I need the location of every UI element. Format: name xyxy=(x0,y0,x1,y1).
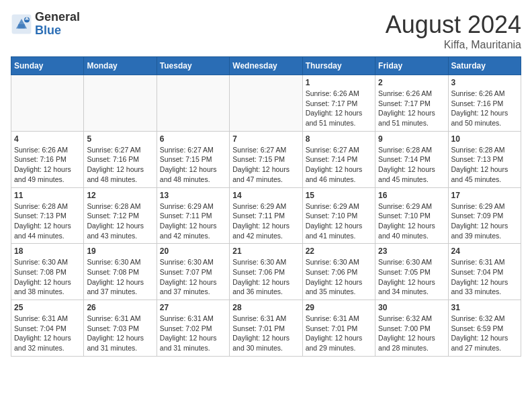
calendar-cell: 19Sunrise: 6:30 AM Sunset: 7:08 PM Dayli… xyxy=(84,244,157,300)
day-info: Sunrise: 6:30 AM Sunset: 7:08 PM Dayligh… xyxy=(14,257,81,297)
day-info: Sunrise: 6:31 AM Sunset: 7:04 PM Dayligh… xyxy=(14,314,81,353)
day-info: Sunrise: 6:30 AM Sunset: 7:08 PM Dayligh… xyxy=(87,257,153,297)
day-number: 14 xyxy=(232,191,299,200)
weekday-header-saturday: Saturday xyxy=(448,57,521,75)
calendar-cell: 27Sunrise: 6:31 AM Sunset: 7:02 PM Dayli… xyxy=(157,300,229,357)
calendar-cell: 7Sunrise: 6:27 AM Sunset: 7:15 PM Daylig… xyxy=(230,131,302,187)
calendar-cell: 28Sunrise: 6:31 AM Sunset: 7:01 PM Dayli… xyxy=(230,300,302,357)
calendar-cell xyxy=(84,75,157,132)
calendar-cell: 18Sunrise: 6:30 AM Sunset: 7:08 PM Dayli… xyxy=(11,244,84,300)
day-number: 10 xyxy=(451,134,518,144)
day-number: 5 xyxy=(87,134,153,144)
calendar-cell: 15Sunrise: 6:29 AM Sunset: 7:10 PM Dayli… xyxy=(302,187,375,244)
calendar-cell: 4Sunrise: 6:26 AM Sunset: 7:16 PM Daylig… xyxy=(11,131,84,187)
day-number: 13 xyxy=(160,191,226,200)
day-number: 22 xyxy=(306,246,372,256)
day-number: 11 xyxy=(14,191,81,200)
calendar-table: SundayMondayTuesdayWednesdayThursdayFrid… xyxy=(11,56,521,357)
calendar-week-4: 18Sunrise: 6:30 AM Sunset: 7:08 PM Dayli… xyxy=(11,244,521,300)
day-info: Sunrise: 6:27 AM Sunset: 7:15 PM Dayligh… xyxy=(160,145,226,185)
day-info: Sunrise: 6:32 AM Sunset: 6:59 PM Dayligh… xyxy=(451,314,518,353)
day-number: 26 xyxy=(87,303,153,312)
day-info: Sunrise: 6:31 AM Sunset: 7:03 PM Dayligh… xyxy=(87,314,153,353)
day-info: Sunrise: 6:30 AM Sunset: 7:06 PM Dayligh… xyxy=(232,257,299,297)
calendar-cell: 17Sunrise: 6:29 AM Sunset: 7:09 PM Dayli… xyxy=(448,187,521,244)
calendar-cell: 31Sunrise: 6:32 AM Sunset: 6:59 PM Dayli… xyxy=(448,300,521,357)
day-info: Sunrise: 6:30 AM Sunset: 7:05 PM Dayligh… xyxy=(378,257,445,297)
weekday-header-monday: Monday xyxy=(84,57,157,75)
day-number: 28 xyxy=(232,303,299,312)
calendar-cell: 22Sunrise: 6:30 AM Sunset: 7:06 PM Dayli… xyxy=(302,244,375,300)
calendar-body: 1Sunrise: 6:26 AM Sunset: 7:17 PM Daylig… xyxy=(11,75,521,357)
day-info: Sunrise: 6:32 AM Sunset: 7:00 PM Dayligh… xyxy=(378,314,445,353)
page-header: General Blue August 2024 Kiffa, Mauritan… xyxy=(11,11,521,51)
day-info: Sunrise: 6:26 AM Sunset: 7:16 PM Dayligh… xyxy=(451,89,518,128)
calendar-cell xyxy=(11,75,84,132)
calendar-cell: 30Sunrise: 6:32 AM Sunset: 7:00 PM Dayli… xyxy=(375,300,448,357)
day-info: Sunrise: 6:27 AM Sunset: 7:14 PM Dayligh… xyxy=(306,145,372,185)
day-info: Sunrise: 6:27 AM Sunset: 7:16 PM Dayligh… xyxy=(87,145,153,185)
logo-general: General xyxy=(35,11,80,24)
day-info: Sunrise: 6:29 AM Sunset: 7:11 PM Dayligh… xyxy=(232,201,299,241)
logo-text: General Blue xyxy=(35,11,80,38)
calendar-cell: 3Sunrise: 6:26 AM Sunset: 7:16 PM Daylig… xyxy=(448,75,521,132)
day-info: Sunrise: 6:31 AM Sunset: 7:04 PM Dayligh… xyxy=(451,257,518,297)
day-info: Sunrise: 6:31 AM Sunset: 7:01 PM Dayligh… xyxy=(306,314,372,353)
day-number: 27 xyxy=(160,303,226,312)
day-number: 20 xyxy=(160,246,226,256)
svg-rect-2 xyxy=(18,24,25,28)
day-number: 23 xyxy=(378,246,445,256)
day-info: Sunrise: 6:30 AM Sunset: 7:06 PM Dayligh… xyxy=(306,257,372,297)
day-number: 21 xyxy=(232,246,299,256)
day-number: 29 xyxy=(306,303,372,312)
location-subtitle: Kiffa, Mauritania xyxy=(386,39,521,51)
calendar-cell xyxy=(230,75,302,132)
calendar-cell: 5Sunrise: 6:27 AM Sunset: 7:16 PM Daylig… xyxy=(84,131,157,187)
day-number: 1 xyxy=(306,78,372,87)
day-number: 12 xyxy=(87,191,153,200)
day-number: 19 xyxy=(87,246,153,256)
calendar-cell: 24Sunrise: 6:31 AM Sunset: 7:04 PM Dayli… xyxy=(448,244,521,300)
calendar-cell: 12Sunrise: 6:28 AM Sunset: 7:12 PM Dayli… xyxy=(84,187,157,244)
day-info: Sunrise: 6:27 AM Sunset: 7:15 PM Dayligh… xyxy=(232,145,299,185)
calendar-week-1: 1Sunrise: 6:26 AM Sunset: 7:17 PM Daylig… xyxy=(11,75,521,132)
day-info: Sunrise: 6:29 AM Sunset: 7:11 PM Dayligh… xyxy=(160,201,226,241)
logo: General Blue xyxy=(11,11,80,38)
calendar-cell: 6Sunrise: 6:27 AM Sunset: 7:15 PM Daylig… xyxy=(157,131,229,187)
day-number: 2 xyxy=(378,78,445,87)
day-number: 30 xyxy=(378,303,445,312)
day-info: Sunrise: 6:29 AM Sunset: 7:10 PM Dayligh… xyxy=(378,201,445,241)
day-number: 18 xyxy=(14,246,81,256)
weekday-header-thursday: Thursday xyxy=(302,57,375,75)
logo-icon xyxy=(11,13,32,35)
day-info: Sunrise: 6:26 AM Sunset: 7:17 PM Dayligh… xyxy=(378,89,445,128)
day-info: Sunrise: 6:28 AM Sunset: 7:14 PM Dayligh… xyxy=(378,145,445,185)
calendar-week-2: 4Sunrise: 6:26 AM Sunset: 7:16 PM Daylig… xyxy=(11,131,521,187)
calendar-cell: 21Sunrise: 6:30 AM Sunset: 7:06 PM Dayli… xyxy=(230,244,302,300)
calendar-week-3: 11Sunrise: 6:28 AM Sunset: 7:13 PM Dayli… xyxy=(11,187,521,244)
day-number: 15 xyxy=(306,191,372,200)
calendar-cell: 11Sunrise: 6:28 AM Sunset: 7:13 PM Dayli… xyxy=(11,187,84,244)
calendar-cell: 20Sunrise: 6:30 AM Sunset: 7:07 PM Dayli… xyxy=(157,244,229,300)
day-number: 9 xyxy=(378,134,445,144)
calendar-cell xyxy=(157,75,229,132)
calendar-cell: 13Sunrise: 6:29 AM Sunset: 7:11 PM Dayli… xyxy=(157,187,229,244)
day-number: 4 xyxy=(14,134,81,144)
calendar-header: SundayMondayTuesdayWednesdayThursdayFrid… xyxy=(11,57,521,75)
day-info: Sunrise: 6:26 AM Sunset: 7:16 PM Dayligh… xyxy=(14,145,81,185)
calendar-week-5: 25Sunrise: 6:31 AM Sunset: 7:04 PM Dayli… xyxy=(11,300,521,357)
day-number: 6 xyxy=(160,134,226,144)
day-number: 7 xyxy=(232,134,299,144)
weekday-header-tuesday: Tuesday xyxy=(157,57,229,75)
calendar-cell: 29Sunrise: 6:31 AM Sunset: 7:01 PM Dayli… xyxy=(302,300,375,357)
title-block: August 2024 Kiffa, Mauritania xyxy=(386,11,521,51)
logo-blue: Blue xyxy=(35,24,80,38)
day-number: 8 xyxy=(306,134,372,144)
weekday-row: SundayMondayTuesdayWednesdayThursdayFrid… xyxy=(11,57,521,75)
day-number: 17 xyxy=(451,191,518,200)
day-info: Sunrise: 6:28 AM Sunset: 7:13 PM Dayligh… xyxy=(14,201,81,241)
day-info: Sunrise: 6:29 AM Sunset: 7:09 PM Dayligh… xyxy=(451,201,518,241)
calendar-cell: 25Sunrise: 6:31 AM Sunset: 7:04 PM Dayli… xyxy=(11,300,84,357)
day-info: Sunrise: 6:30 AM Sunset: 7:07 PM Dayligh… xyxy=(160,257,226,297)
calendar-cell: 1Sunrise: 6:26 AM Sunset: 7:17 PM Daylig… xyxy=(302,75,375,132)
